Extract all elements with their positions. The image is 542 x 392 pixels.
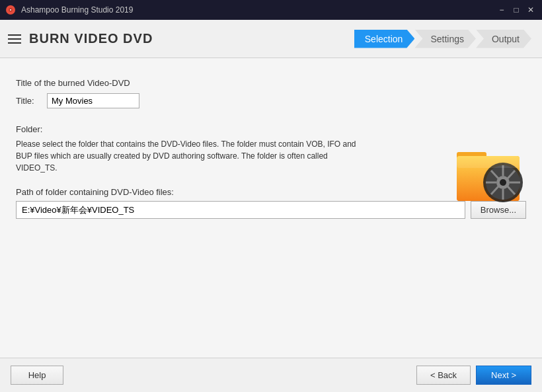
footer-right: < Back Next > (416, 366, 531, 385)
path-label: Path of folder containing DVD-Video file… (16, 187, 526, 197)
title-row: Title: (16, 93, 526, 108)
svg-point-9 (500, 179, 506, 186)
folder-section-label: Folder: (16, 124, 526, 134)
title-input[interactable] (47, 93, 139, 108)
title-bar-left: Ashampoo Burning Studio 2019 (5, 5, 133, 15)
main-content: Title of the burned Video-DVD Title: Fol… (0, 58, 542, 358)
dvd-folder-illustration (453, 137, 526, 212)
path-row: Browse... (16, 201, 526, 219)
app-icon (5, 5, 16, 15)
step-selection[interactable]: Selection (354, 30, 415, 48)
svg-point-2 (10, 9, 11, 11)
title-bar: Ashampoo Burning Studio 2019 − □ ✕ (0, 0, 542, 20)
folder-section: Folder: Please select the folder that co… (16, 124, 526, 219)
maximize-button[interactable]: □ (510, 4, 522, 16)
back-button[interactable]: < Back (416, 366, 471, 385)
page-title: BURN VIDEO DVD (29, 31, 153, 46)
svg-rect-18 (457, 156, 520, 168)
title-section-label: Title of the burned Video-DVD (16, 78, 526, 88)
minimize-button[interactable]: − (496, 4, 508, 16)
menu-icon[interactable] (8, 34, 21, 44)
next-button[interactable]: Next > (476, 366, 531, 385)
folder-description: Please select the folder that contains t… (16, 138, 360, 174)
dvd-folder-icon (453, 137, 526, 210)
title-bar-controls: − □ ✕ (496, 4, 537, 16)
close-button[interactable]: ✕ (525, 4, 537, 16)
step-settings[interactable]: Settings (414, 30, 476, 48)
steps-nav: Selection Settings Output (354, 30, 531, 48)
header-left: BURN VIDEO DVD (8, 31, 153, 46)
app-title: Ashampoo Burning Studio 2019 (21, 5, 133, 15)
step-output[interactable]: Output (476, 30, 531, 48)
title-field-label: Title: (16, 96, 39, 106)
help-button[interactable]: Help (11, 366, 63, 385)
path-input[interactable] (16, 201, 465, 219)
header: BURN VIDEO DVD Selection Settings Output (0, 20, 542, 58)
footer: Help < Back Next > (0, 358, 542, 392)
